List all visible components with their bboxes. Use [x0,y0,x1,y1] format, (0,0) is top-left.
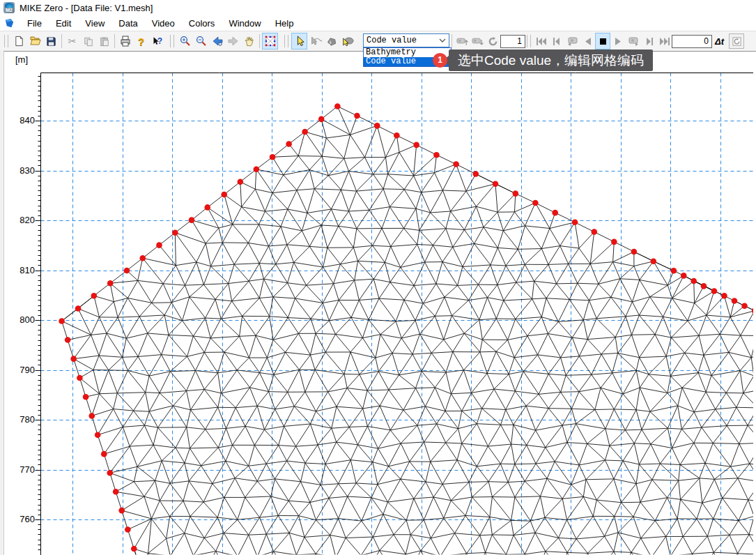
window-left-border [0,50,4,555]
toolbar-grip[interactable] [170,35,174,47]
paste-clipboard-icon [100,36,109,47]
copy-icon [84,36,93,47]
stop-button[interactable] [595,33,610,50]
mesh-plot-canvas[interactable] [31,73,753,555]
annotation-tooltip-text: 选中Code value，编辑网格编码 [458,52,644,70]
select-toolbar-group [281,32,355,50]
file-toolbar-group: ✂ ? ? [1,32,165,50]
zoom-toolbar-group [167,32,278,50]
zoom-out-button[interactable] [193,33,209,50]
first-timestep-button[interactable] [534,33,549,50]
zoom-in-button[interactable] [177,33,193,50]
toolbar-separator [452,34,452,48]
stop-icon [600,38,606,45]
polygon-select-icon [326,36,337,47]
save-button[interactable] [43,33,59,50]
menu-item-video[interactable]: Video [145,17,182,30]
pan-button[interactable] [241,33,257,50]
toolbar-grip[interactable] [527,35,531,47]
zoom-in-icon [180,36,191,47]
window-title: MIKE Zero - [Data File: V1.mesh] [20,3,153,13]
previous-timestep-button[interactable] [549,33,564,50]
layer-value-field[interactable] [500,35,525,48]
print-button[interactable] [117,33,133,50]
open-file-button[interactable] [27,33,43,50]
save-floppy-icon [46,36,56,47]
layer-toolbar-group [449,32,525,50]
menu-item-edit[interactable]: Edit [49,17,78,30]
first-timestep-icon [537,38,547,45]
menu-item-view[interactable]: View [78,17,111,30]
play-backward-icon [585,38,591,45]
delta-t-label: Δt [715,36,724,47]
zoom-next-arrow-icon [228,36,239,46]
toolbar-separator [61,34,62,48]
zoom-previous-button[interactable] [209,33,225,50]
node-edit-icon [309,36,322,47]
toolbar-grip[interactable] [284,35,288,47]
play-backward-button[interactable] [580,33,595,50]
refresh-page-icon [732,37,741,46]
axis-unit-label: [m] [15,54,28,65]
menu-items: FileEditViewDataVideoColorsWindowHelp [20,18,300,29]
refresh-view-button[interactable] [729,33,744,49]
combobox-value: Code value [367,36,417,45]
zoom-out-icon [196,36,207,47]
menu-bar: FileEditViewDataVideoColorsWindowHelp [0,15,756,31]
data-display-combobox[interactable]: Code value [363,33,449,47]
menu-item-colors[interactable]: Colors [182,17,222,30]
toolbar-separator [259,34,260,48]
context-help-button[interactable]: ? [149,33,165,50]
menu-item-help[interactable]: Help [268,17,301,30]
polygon-tool-button[interactable] [323,33,339,50]
play-forward-button[interactable] [610,33,626,50]
last-timestep-icon [659,38,670,45]
title-bar: M2 MIKE Zero - [Data File: V1.mesh] [0,0,756,15]
record-forward-button[interactable] [626,33,641,50]
mike-zero-window: M2 MIKE Zero - [Data File: V1.mesh] File… [0,0,756,555]
last-timestep-button[interactable] [656,33,672,50]
layer-up-button[interactable] [454,33,470,50]
menu-item-window[interactable]: Window [222,17,268,30]
annotation-step-badge: 1 [433,53,447,68]
record-forward-icon [628,37,639,46]
menu-item-file[interactable]: File [20,17,49,30]
mesh-grid-icon [265,36,276,47]
annotation-tooltip: 选中Code value，编辑网格编码 [449,50,653,71]
new-file-button[interactable] [11,33,27,50]
layer-down-icon [472,36,484,46]
play-forward-icon [615,38,622,45]
context-help-question-icon: ? [157,36,162,46]
help-button[interactable]: ? [133,33,149,50]
help-icon: ? [138,36,144,47]
record-backward-button[interactable] [564,33,580,50]
open-folder-icon [30,36,41,47]
zoom-previous-arrow-icon [212,36,223,46]
copy-button[interactable] [80,33,96,50]
toolbar-separator [114,34,115,48]
node-edit-tool-button[interactable] [307,33,323,50]
previous-timestep-icon [553,38,561,45]
new-file-icon [14,36,24,47]
lasso-tool-button[interactable] [339,33,355,50]
record-backward-icon [567,37,578,46]
mesh-overlay-button[interactable] [262,33,278,50]
toolbar-grip[interactable] [4,35,8,47]
next-timestep-button[interactable] [641,33,656,50]
zoom-next-button[interactable] [225,33,241,50]
cut-scissors-icon: ✂ [68,36,77,46]
pointer-tool-button[interactable] [291,33,307,50]
reload-circle-icon [488,37,497,46]
timestep-field[interactable] [672,35,712,48]
layer-up-icon [456,36,468,46]
chevron-down-icon [439,38,446,43]
cut-button[interactable]: ✂ [64,33,80,50]
paste-button[interactable] [96,33,112,50]
menu-item-data[interactable]: Data [111,17,144,30]
next-timestep-icon [645,38,653,45]
playback-toolbar-group: Δt [524,32,744,50]
lasso-select-icon [341,36,354,47]
printer-icon [120,36,131,47]
layer-down-button[interactable] [470,33,485,50]
reload-layer-button[interactable] [485,33,500,50]
